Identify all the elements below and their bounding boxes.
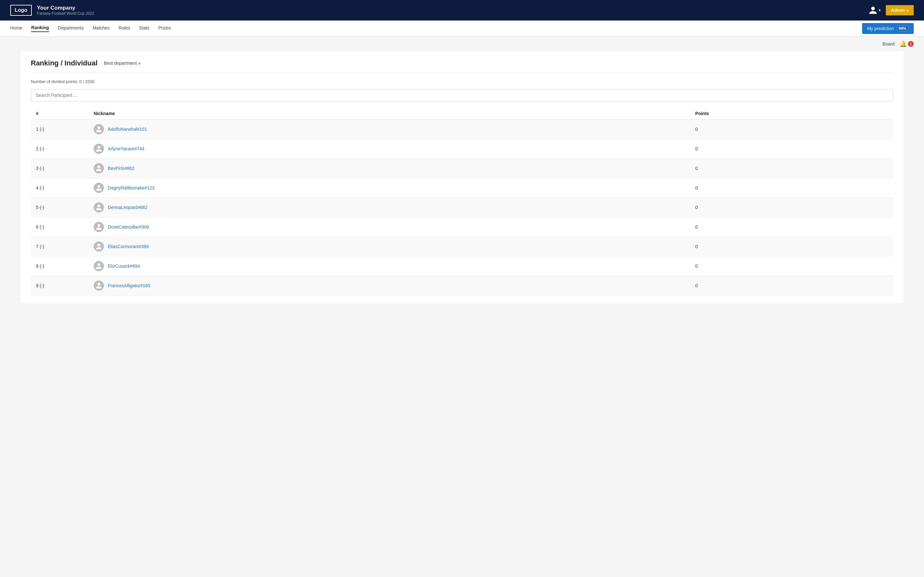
nav-ranking[interactable]: Ranking (31, 25, 49, 32)
col-points: Points (690, 108, 893, 119)
my-prediction-label: My prediction (867, 26, 894, 31)
table-row: 3 (-) BevPirlo#862 0 (31, 159, 893, 178)
table-row: 1 (-) AdolfoNarwhal#101 0 (31, 119, 893, 139)
nickname-link[interactable]: DennaLeopard#662 (108, 205, 148, 210)
avatar (94, 143, 104, 154)
notification-count: 1 (908, 41, 914, 47)
company-name: Your Company (37, 5, 94, 11)
nav-home[interactable]: Home (10, 25, 22, 32)
points-cell: 0 (690, 218, 893, 237)
nav-rules[interactable]: Rules (119, 25, 130, 32)
nickname-cell: BevPirlo#862 (89, 159, 690, 178)
nickname-link[interactable]: EliasCormorant#389 (108, 244, 149, 249)
company-subtitle: Fantasy Football World Cup 2022 (37, 11, 94, 16)
avatar (94, 202, 104, 213)
nav-links: Home Ranking Departments Matches Rules S… (10, 25, 171, 32)
rank-cell: 1 (-) (31, 119, 89, 139)
avatar-icon (95, 223, 102, 230)
nickname-link[interactable]: FrancesAlligator#165 (108, 283, 150, 288)
notification-bell[interactable]: 🔔 1 (900, 40, 914, 47)
nav-departments[interactable]: Departments (58, 25, 84, 32)
points-cell: 0 (690, 256, 893, 276)
page-title-row: Ranking / Individual Best department » (31, 59, 893, 73)
points-cell: 0 (690, 159, 893, 178)
points-cell: 0 (690, 139, 893, 159)
bell-icon: 🔔 (900, 40, 907, 47)
nickname-link[interactable]: BevPirlo#862 (108, 166, 134, 171)
avatar (94, 183, 104, 193)
company-info: Your Company Fantasy Football World Cup … (37, 5, 94, 16)
table-row: 5 (-) DennaLeopard#662 0 (31, 198, 893, 218)
nav-prizes[interactable]: Prizes (158, 25, 171, 32)
nickname-cell: AdolfoNarwhal#101 (89, 119, 690, 139)
avatar (94, 280, 104, 291)
nickname-link[interactable]: ElizCusack#694 (108, 263, 140, 269)
table-row: 7 (-) EliasCormorant#389 0 (31, 237, 893, 256)
nickname-cell: ElizCusack#694 (89, 256, 690, 276)
nickname-link[interactable]: DorieCaterpillar#306 (108, 224, 149, 229)
admin-button[interactable]: Admin » (886, 5, 914, 15)
header: Logo Your Company Fantasy Football World… (0, 0, 924, 21)
avatar-icon (95, 165, 102, 172)
avatar-icon (95, 243, 102, 250)
nickname-cell: DorieCaterpillar#306 (89, 218, 690, 237)
nickname-cell: FrancesAlligator#165 (89, 276, 690, 295)
nickname-cell: DennaLeopard#662 (89, 198, 690, 218)
nav-stats[interactable]: Stats (139, 25, 149, 32)
rank-cell: 7 (-) (31, 237, 89, 256)
nickname-link[interactable]: ArlyneYacare#744 (108, 146, 144, 151)
ranking-table: # Nickname Points 1 (-) AdolfoNarwhal#10… (31, 108, 893, 295)
avatar (94, 261, 104, 271)
points-info: Number of divided points: 0 / 3200 (31, 79, 893, 84)
rank-cell: 6 (-) (31, 218, 89, 237)
col-nickname: Nickname (89, 108, 690, 119)
avatar-icon (95, 263, 102, 269)
avatar (94, 222, 104, 232)
rank-cell: 3 (-) (31, 159, 89, 178)
user-icon (869, 6, 877, 15)
points-cell: 0 (690, 198, 893, 218)
points-cell: 0 (690, 178, 893, 198)
rank-cell: 5 (-) (31, 198, 89, 218)
avatar-icon (95, 204, 102, 211)
best-department-link[interactable]: Best department » (104, 61, 141, 66)
rank-cell: 2 (-) (31, 139, 89, 159)
avatar-icon (95, 184, 102, 191)
table-header-row: # Nickname Points (31, 108, 893, 119)
table-row: 2 (-) ArlyneYacare#744 0 (31, 139, 893, 159)
nickname-cell: ArlyneYacare#744 (89, 139, 690, 159)
table-row: 6 (-) DorieCaterpillar#306 0 (31, 218, 893, 237)
nickname-link[interactable]: AdolfoNarwhal#101 (108, 127, 147, 132)
points-cell: 0 (690, 237, 893, 256)
sub-header: Board 🔔 1 (0, 37, 924, 51)
board-link[interactable]: Board (883, 41, 895, 47)
header-left: Logo Your Company Fantasy Football World… (10, 5, 94, 16)
dropdown-arrow: ▾ (879, 8, 881, 13)
nickname-cell: DagnyRattlesnake#123 (89, 178, 690, 198)
prediction-badge: 99% (897, 26, 909, 31)
avatar (94, 124, 104, 134)
main-content: Ranking / Individual Best department » N… (21, 51, 903, 303)
table-row: 8 (-) ElizCusack#694 0 (31, 256, 893, 276)
header-right: ▾ Admin » (869, 5, 914, 15)
rank-cell: 9 (-) (31, 276, 89, 295)
avatar-icon (95, 282, 102, 289)
avatar (94, 242, 104, 251)
nickname-cell: EliasCormorant#389 (89, 237, 690, 256)
nickname-link[interactable]: DagnyRattlesnake#123 (108, 185, 155, 190)
points-cell: 0 (690, 119, 893, 139)
user-menu[interactable]: ▾ (869, 6, 881, 15)
rank-cell: 8 (-) (31, 256, 89, 276)
nav-matches[interactable]: Matches (93, 25, 110, 32)
logo: Logo (10, 5, 32, 16)
nav-bar: Home Ranking Departments Matches Rules S… (0, 21, 924, 37)
avatar (94, 163, 104, 173)
col-rank: # (31, 108, 89, 119)
avatar-icon (95, 126, 102, 133)
points-cell: 0 (690, 276, 893, 295)
my-prediction-button[interactable]: My prediction 99% (862, 23, 914, 34)
table-row: 9 (-) FrancesAlligator#165 0 (31, 276, 893, 295)
search-input[interactable] (31, 89, 893, 101)
rank-cell: 4 (-) (31, 178, 89, 198)
avatar-icon (95, 145, 102, 152)
